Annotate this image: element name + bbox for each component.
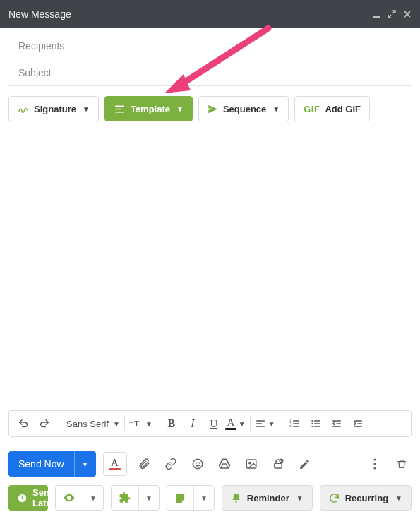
add-gif-button[interactable]: GIF Add GIF [294,96,370,121]
close-icon[interactable] [403,10,412,18]
svg-point-23 [68,497,71,499]
svg-point-11 [196,463,196,463]
more-options-icon[interactable] [365,454,385,474]
confidential-icon[interactable] [268,454,288,474]
sequence-button[interactable]: Sequence ▼ [198,96,289,121]
svg-point-17 [373,458,376,460]
gif-icon: GIF [304,104,320,114]
sequence-label: Sequence [223,104,266,114]
svg-point-19 [373,467,376,469]
template-button[interactable]: Template ▼ [104,96,193,121]
recipients-field[interactable]: Recipients [8,32,412,59]
window-title: New Message [8,8,372,20]
note-icon [167,492,193,504]
link-icon[interactable] [161,454,181,474]
subject-placeholder: Subject [18,67,52,78]
compose-action-row: Signature ▼ Template ▼ Sequence ▼ GIF Ad… [0,86,420,129]
recurring-icon [329,493,340,503]
eye-icon [56,491,83,504]
chevron-down-icon: ▼ [138,486,159,510]
send-later-label: Send Later [32,487,48,508]
svg-point-12 [198,463,199,463]
indent-more-button[interactable] [348,414,368,434]
send-later-button[interactable]: Send Later ▼ [8,485,48,511]
reminder-button[interactable]: Reminder ▼ [222,485,313,511]
recurring-button[interactable]: Recurring ▼ [320,485,412,511]
chevron-down-icon: ▼ [296,494,304,502]
clock-icon [17,493,28,503]
underline-button[interactable]: U [204,414,224,434]
bell-icon [231,493,241,503]
sequence-icon [208,104,218,114]
bottom-toolbar: Send Now ▼ A [0,443,420,519]
text-color-button[interactable]: A ▼ [225,414,246,434]
indent-less-button[interactable] [327,414,347,434]
attachment-icon[interactable] [134,454,154,474]
separator [250,416,251,431]
chevron-down-icon: ▼ [272,105,280,113]
undo-button[interactable] [13,414,33,434]
discard-icon[interactable] [392,454,412,474]
separator [124,416,125,431]
svg-point-9 [311,426,313,427]
svg-point-7 [311,420,313,422]
reminder-label: Reminder [247,493,289,503]
titlebar: New Message [0,0,420,28]
tracking-button[interactable]: ▼ [55,485,104,511]
recurring-label: Recurring [345,493,388,503]
svg-text:T: T [134,419,140,429]
signature-icon [18,103,29,114]
chevron-down-icon: ▼ [395,494,402,502]
svg-point-18 [373,463,376,465]
emoji-icon[interactable] [188,454,208,474]
separator [59,416,59,431]
signature-button[interactable]: Signature ▼ [8,96,99,121]
svg-rect-0 [373,16,380,18]
chevron-down-icon: ▼ [176,105,184,113]
chevron-down-icon: ▼ [83,105,90,113]
font-family-label: Sans Serif [64,419,113,429]
notes-button[interactable]: ▼ [167,485,215,511]
insert-image-icon[interactable] [241,454,261,474]
svg-text:3: 3 [289,424,292,428]
font-family-select[interactable]: Sans Serif ▼ [64,414,120,434]
italic-button[interactable]: I [183,414,203,434]
format-toolbar: Sans Serif ▼ TT ▼ B I U A ▼ ▼ 123 [8,410,412,437]
add-gif-label: Add GIF [325,104,361,114]
minimize-icon[interactable] [372,10,380,18]
bullet-list-button[interactable] [306,414,325,434]
bold-button[interactable]: B [162,414,181,434]
separator [157,416,157,431]
send-now-button[interactable]: Send Now ▼ [8,451,96,477]
bottom-row-2: Send Later ▼ ▼ ▼ ▼ Reminder [8,485,412,511]
subject-field[interactable]: Subject [8,59,412,86]
signature-label: Signature [34,104,76,114]
svg-rect-15 [274,463,282,468]
extension-button[interactable]: ▼ [111,485,160,511]
svg-point-8 [311,423,313,424]
drive-icon[interactable] [215,454,234,474]
template-label: Template [131,104,170,114]
redo-button[interactable] [35,414,54,434]
puzzle-icon [112,491,138,504]
numbered-list-button[interactable]: 123 [284,414,304,434]
separator [280,416,280,431]
svg-point-14 [248,462,250,463]
send-now-label: Send Now [8,451,74,477]
recipients-placeholder: Recipients [18,40,64,52]
align-button[interactable]: ▼ [255,414,275,434]
text-color-tool[interactable]: A [103,452,127,476]
pen-icon[interactable] [295,454,315,474]
expand-icon[interactable] [388,10,396,18]
font-size-button[interactable]: TT ▼ [129,414,152,434]
send-now-dropdown[interactable]: ▼ [74,451,96,477]
chevron-down-icon: ▼ [193,486,214,510]
template-icon [114,103,126,115]
window-controls [372,10,412,18]
svg-point-10 [193,459,203,469]
svg-text:T: T [129,422,133,428]
chevron-down-icon: ▼ [83,486,103,510]
bottom-row-1: Send Now ▼ A [8,451,412,477]
